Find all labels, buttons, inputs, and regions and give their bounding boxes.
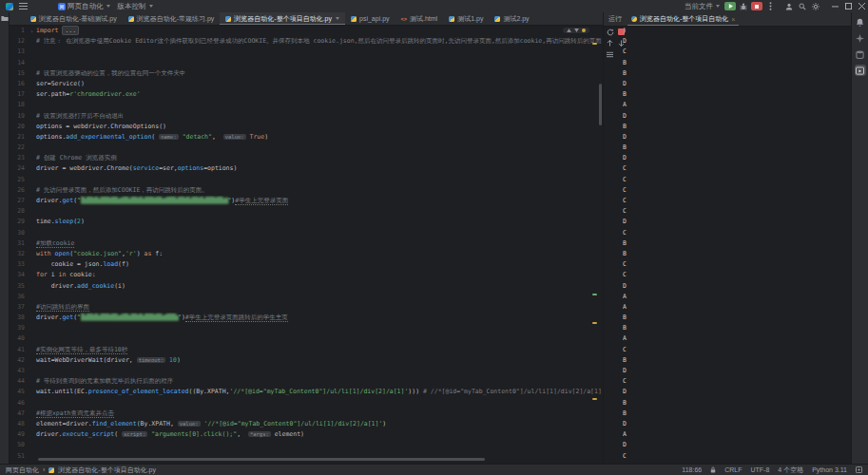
- code-line[interactable]: 37#访问跳转后的界面: [10, 302, 603, 313]
- run-button[interactable]: [723, 0, 737, 12]
- code-line[interactable]: 50: [10, 440, 603, 450]
- python-run-icon: [631, 16, 637, 22]
- fold-slot: [28, 323, 36, 333]
- project-folder-icon[interactable]: [1, 15, 9, 22]
- error-stripe-mark[interactable]: [592, 294, 597, 295]
- editor-tab[interactable]: <>测试.html: [395, 12, 444, 25]
- code-line[interactable]: 18: [10, 100, 603, 110]
- code-text: [36, 100, 603, 110]
- vcs-widget[interactable]: 版本控制: [114, 0, 157, 12]
- code-line[interactable]: 16ser=Service(): [10, 79, 603, 89]
- code-editor[interactable]: 1›import ...12# 注意： 在浏览器中使用Cookie Editor…: [10, 26, 603, 464]
- code-line[interactable]: 1›import ...: [10, 26, 603, 36]
- code-line[interactable]: 31#加载cookie: [10, 238, 603, 249]
- ai-assistant-button[interactable]: [855, 32, 866, 44]
- code-line[interactable]: 19# 设置浏览器打开后不自动退出: [10, 111, 603, 122]
- window-icon[interactable]: [856, 466, 862, 473]
- minimize-button[interactable]: [828, 0, 841, 12]
- code-line[interactable]: 21options.add_experimental_option( name:…: [10, 132, 603, 142]
- console-line: B: [623, 142, 849, 153]
- line-number: 1: [10, 26, 28, 36]
- code-line[interactable]: 47#根据xpath查询元素并点击: [10, 408, 603, 419]
- code-line[interactable]: 25: [10, 175, 603, 185]
- code-line[interactable]: 49driver.execute_script( script: "argume…: [10, 429, 603, 440]
- editor-horizontal-scrollbar[interactable]: [38, 458, 485, 461]
- code-line[interactable]: 29time.sleep(2): [10, 217, 603, 227]
- breadcrumb-file[interactable]: 浏览器自动化-整个项目自动化.py: [58, 466, 156, 475]
- code-line[interactable]: 14: [10, 58, 603, 68]
- code-line[interactable]: 41#实例化网页等待，最多等待10秒: [10, 345, 603, 355]
- code-line[interactable]: 35 driver.add_cookie(i): [10, 281, 603, 292]
- code-line[interactable]: 24driver = webdriver.Chrome(service=ser,…: [10, 163, 603, 174]
- main-menu-button[interactable]: [13, 0, 33, 12]
- code-line[interactable]: 13: [10, 47, 603, 57]
- code-line[interactable]: 44# 等待到查询到的元素加载完毕后执行后面的程序: [10, 376, 603, 387]
- code-line[interactable]: 30: [10, 228, 603, 238]
- run-tab[interactable]: 浏览器自动化-整个项目自动化 ×: [627, 12, 739, 26]
- breadcrumb-project[interactable]: 网页自动化: [6, 466, 39, 475]
- code-line[interactable]: 17ser.path=r'chromedriver.exe': [10, 89, 603, 100]
- editor-tab[interactable]: 浏览器自动化-基础测试.py: [25, 12, 123, 25]
- code-line[interactable]: 42wait=WebDriverWait(driver, timeout: 10…: [10, 355, 603, 366]
- code-line[interactable]: 32with open("cookie.json",'r') as f:: [10, 249, 603, 259]
- code-line[interactable]: 40: [10, 333, 603, 344]
- code-line[interactable]: 22: [10, 142, 603, 153]
- error-stripe-mark[interactable]: [592, 398, 597, 400]
- code-line[interactable]: 26# 先访问登录页面，然后添加COOKIE，再访问跳转后的页面。: [10, 185, 603, 196]
- project-widget[interactable]: 网 网页自动化: [54, 0, 114, 12]
- fold-chevron-icon[interactable]: ›: [28, 26, 36, 36]
- line-number: 44: [10, 376, 28, 387]
- editor-tab[interactable]: 浏览器自动化-常规练习.py: [123, 12, 221, 25]
- close-button[interactable]: [855, 0, 868, 12]
- maximize-button[interactable]: [841, 0, 855, 12]
- code-line[interactable]: 27driver.get("█▆██▇█▆███▇██▆▇██▆██▇█▆███…: [10, 196, 603, 206]
- file-encoding[interactable]: UTF-8: [750, 466, 769, 473]
- code-line[interactable]: 15# 设置浏览器驱动的位置，我的位置在同一个文件夹中: [10, 68, 603, 79]
- stop-button[interactable]: [750, 0, 763, 12]
- line-number: 25: [10, 175, 28, 185]
- code-line[interactable]: 28: [10, 206, 603, 217]
- code-line[interactable]: 46: [10, 398, 603, 408]
- code-line[interactable]: 45wait.until(EC.presence_of_element_loca…: [10, 387, 603, 397]
- code-with-me-button[interactable]: [782, 0, 796, 12]
- editor-tab[interactable]: psi_api.py: [345, 12, 395, 25]
- python-interpreter[interactable]: Python 3.11: [812, 466, 847, 473]
- rerun-button[interactable]: [606, 28, 614, 36]
- code-token: add_cookie: [77, 282, 114, 290]
- chevron-down-icon[interactable]: [336, 17, 339, 20]
- code-line[interactable]: 38driver.get("█▆██▇█▆███▇██▆▇██▆██▇█▆███…: [10, 313, 603, 323]
- code-line[interactable]: 34for i in cookie:: [10, 270, 603, 280]
- scroll-up-button[interactable]: [606, 39, 614, 48]
- code-line[interactable]: 48element=driver.find_element(By.XPATH, …: [10, 419, 603, 429]
- editor-tab[interactable]: 浏览器自动化-整个项目自动化.py: [220, 12, 345, 25]
- editor-tab[interactable]: 测试2.py: [489, 12, 534, 25]
- database-button[interactable]: [855, 48, 866, 60]
- inspections-widget[interactable]: [563, 28, 589, 33]
- code-line[interactable]: 43: [10, 366, 603, 376]
- code-line[interactable]: 20options = webdriver.ChromeOptions(): [10, 122, 603, 132]
- error-stripe-mark[interactable]: [592, 322, 597, 324]
- run-tool-button[interactable]: [855, 65, 866, 76]
- code-line[interactable]: 23# 创建 Chrome 浏览器实例: [10, 153, 603, 163]
- settings-button[interactable]: [809, 0, 822, 12]
- editor-vertical-scrollbar[interactable]: [599, 84, 602, 125]
- debug-button[interactable]: [737, 0, 750, 12]
- lock-icon[interactable]: [710, 466, 716, 473]
- run-console[interactable]: )DCBBDBADBDBDCCCCCDCBBCCDAABBACBDCDBBDAD…: [623, 26, 849, 464]
- line-number: 18: [10, 100, 28, 110]
- indent-style[interactable]: 4 个空格: [778, 466, 803, 475]
- code-line[interactable]: 33 cookie = json.load(f): [10, 259, 603, 270]
- run-config-selector[interactable]: 当前文件: [681, 0, 723, 12]
- line-separator[interactable]: CRLF: [724, 466, 742, 473]
- search-everywhere-button[interactable]: [796, 0, 809, 12]
- code-line[interactable]: 36: [10, 292, 603, 302]
- editor-tab[interactable]: 测试1.py: [443, 12, 489, 25]
- run-tab-close-icon[interactable]: ×: [731, 16, 735, 23]
- notifications-button[interactable]: [855, 16, 866, 28]
- code-line[interactable]: 39: [10, 323, 603, 333]
- code-line[interactable]: 12# 注意： 在浏览器中使用Cookie Editor这个插件获取到已经登录成…: [10, 36, 603, 47]
- console-options-button[interactable]: [606, 50, 614, 59]
- more-actions-button[interactable]: [763, 0, 777, 12]
- caret-position[interactable]: 118:66: [682, 466, 702, 473]
- error-stripe-mark[interactable]: [592, 43, 597, 45]
